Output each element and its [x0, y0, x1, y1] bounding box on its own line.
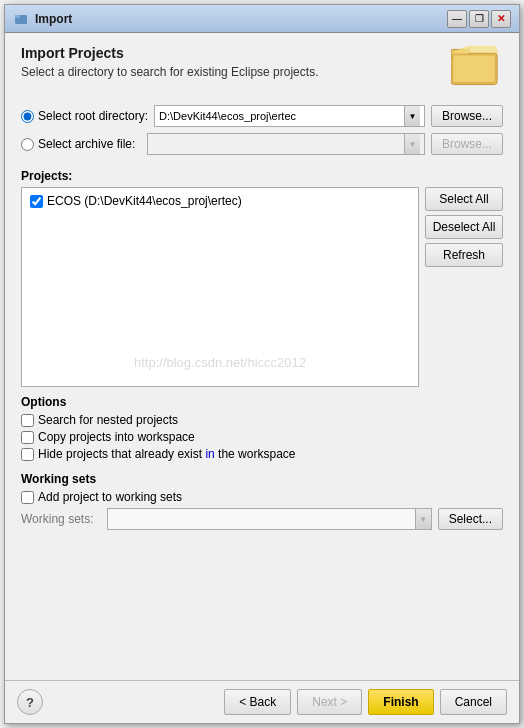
- back-button[interactable]: < Back: [224, 689, 291, 715]
- dialog-content: Import Projects Select a directory to se…: [5, 33, 519, 680]
- options-title: Options: [21, 395, 503, 409]
- root-browse-button[interactable]: Browse...: [431, 105, 503, 127]
- root-directory-radio[interactable]: [21, 110, 34, 123]
- import-dialog: Import — ❐ ✕ Import Projects Select a di…: [4, 4, 520, 724]
- next-button[interactable]: Next >: [297, 689, 362, 715]
- list-item[interactable]: ECOS (D:\DevKit44\ecos_proj\ertec): [26, 192, 414, 210]
- project-name: ECOS (D:\DevKit44\ecos_proj\ertec): [47, 194, 242, 208]
- archive-file-radio-label[interactable]: Select archive file:: [21, 137, 141, 151]
- select-all-button[interactable]: Select All: [425, 187, 503, 211]
- title-bar: Import — ❐ ✕: [5, 5, 519, 33]
- root-directory-radio-label[interactable]: Select root directory:: [21, 109, 148, 123]
- working-sets-select-button[interactable]: Select...: [438, 508, 503, 530]
- svg-rect-1: [15, 15, 20, 18]
- window-icon: [13, 11, 29, 27]
- nav-buttons: < Back Next > Finish Cancel: [224, 689, 507, 715]
- cancel-button[interactable]: Cancel: [440, 689, 507, 715]
- deselect-all-button[interactable]: Deselect All: [425, 215, 503, 239]
- folder-icon-container: [451, 45, 503, 93]
- hide-projects-label: Hide projects that already exist in the …: [38, 447, 295, 461]
- archive-file-arrow: ▼: [404, 134, 420, 154]
- copy-projects-checkbox[interactable]: [21, 431, 34, 444]
- add-working-sets-label: Add project to working sets: [38, 490, 182, 504]
- header-text: Import Projects Select a directory to se…: [21, 45, 443, 79]
- nested-projects-checkbox[interactable]: [21, 414, 34, 427]
- bottom-bar: ? < Back Next > Finish Cancel: [5, 680, 519, 723]
- window-controls: — ❐ ✕: [447, 10, 511, 28]
- hide-projects-row: Hide projects that already exist in the …: [21, 447, 503, 461]
- close-button[interactable]: ✕: [491, 10, 511, 28]
- dialog-title: Import Projects: [21, 45, 443, 61]
- archive-browse-button[interactable]: Browse...: [431, 133, 503, 155]
- root-directory-row: Select root directory: D:\DevKit44\ecos_…: [21, 105, 503, 127]
- add-working-sets-row: Add project to working sets: [21, 490, 503, 504]
- watermark: http://blog.csdn.net/hiccc2012: [22, 355, 418, 370]
- add-working-sets-checkbox[interactable]: [21, 491, 34, 504]
- copy-projects-label: Copy projects into workspace: [38, 430, 195, 444]
- working-sets-arrow[interactable]: ▼: [415, 509, 431, 529]
- archive-file-row: Select archive file: ▼ Browse...: [21, 133, 503, 155]
- finish-button[interactable]: Finish: [368, 689, 433, 715]
- restore-button[interactable]: ❐: [469, 10, 489, 28]
- svg-rect-6: [453, 55, 495, 83]
- minimize-button[interactable]: —: [447, 10, 467, 28]
- working-sets-label: Working sets:: [21, 512, 101, 526]
- form-section: Select root directory: D:\DevKit44\ecos_…: [21, 105, 503, 161]
- root-directory-label: Select root directory:: [38, 109, 148, 123]
- working-sets-combo[interactable]: ▼: [107, 508, 432, 530]
- root-directory-value: D:\DevKit44\ecos_proj\ertec: [159, 110, 404, 122]
- root-directory-arrow[interactable]: ▼: [404, 106, 420, 126]
- root-directory-combo[interactable]: D:\DevKit44\ecos_proj\ertec ▼: [154, 105, 425, 127]
- hide-projects-checkbox[interactable]: [21, 448, 34, 461]
- nested-projects-row: Search for nested projects: [21, 413, 503, 427]
- working-sets-title: Working sets: [21, 472, 503, 486]
- project-checkbox[interactable]: [30, 195, 43, 208]
- folder-icon: [451, 45, 499, 87]
- refresh-button[interactable]: Refresh: [425, 243, 503, 267]
- nested-projects-label: Search for nested projects: [38, 413, 178, 427]
- working-sets-section: Working sets Add project to working sets…: [21, 472, 503, 530]
- options-section: Options Search for nested projects Copy …: [21, 395, 503, 464]
- copy-projects-row: Copy projects into workspace: [21, 430, 503, 444]
- dialog-subtitle: Select a directory to search for existin…: [21, 65, 443, 79]
- archive-file-label: Select archive file:: [38, 137, 135, 151]
- window-title: Import: [35, 12, 447, 26]
- in-highlight: in: [205, 447, 214, 461]
- working-sets-input-row: Working sets: ▼ Select...: [21, 508, 503, 530]
- projects-label: Projects:: [21, 169, 503, 183]
- projects-container: ECOS (D:\DevKit44\ecos_proj\ertec) http:…: [21, 187, 503, 387]
- help-button[interactable]: ?: [17, 689, 43, 715]
- projects-list[interactable]: ECOS (D:\DevKit44\ecos_proj\ertec) http:…: [21, 187, 419, 387]
- archive-file-radio[interactable]: [21, 138, 34, 151]
- archive-file-combo: ▼: [147, 133, 425, 155]
- header-section: Import Projects Select a directory to se…: [21, 45, 503, 93]
- projects-action-buttons: Select All Deselect All Refresh: [425, 187, 503, 387]
